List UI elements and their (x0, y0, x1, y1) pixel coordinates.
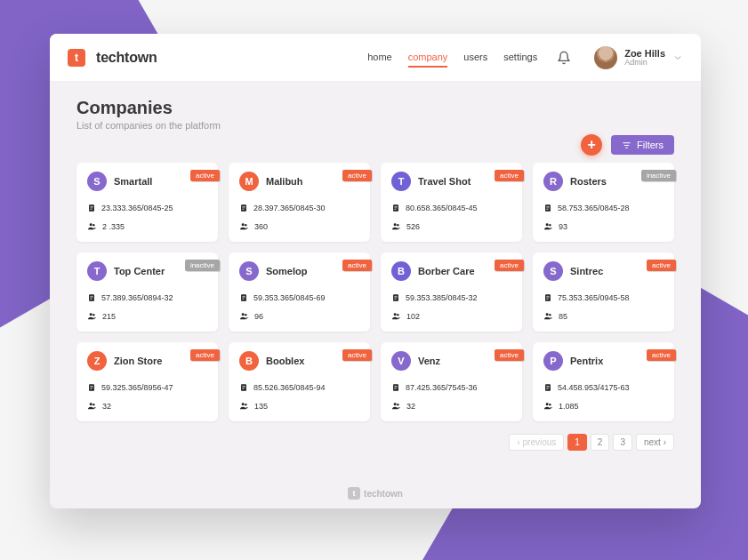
company-avatar: M (239, 172, 259, 191)
document-icon (87, 293, 96, 302)
svg-point-50 (549, 314, 551, 316)
nav-item-company[interactable]: company (408, 48, 448, 68)
company-card[interactable]: activeSSintrec75.353.365/0945-5885 (533, 252, 674, 332)
company-code: 59.325.365/8956-47 (101, 383, 173, 392)
footer-brand: t techtown (50, 482, 701, 508)
company-avatar: B (239, 351, 259, 371)
svg-point-49 (546, 313, 549, 316)
users-icon (391, 311, 401, 321)
company-avatar: S (543, 261, 563, 281)
status-badge: active (342, 349, 372, 361)
pager-next[interactable]: next › (636, 434, 674, 451)
company-code: 75.353.365/0945-58 (558, 293, 630, 302)
company-code: 85.526.365/0845-94 (253, 383, 326, 392)
svg-point-13 (242, 223, 245, 226)
svg-rect-48 (546, 299, 548, 300)
pager-page-1[interactable]: 1 (567, 434, 587, 451)
add-button[interactable]: + (581, 134, 602, 156)
company-name: Somelop (266, 266, 307, 276)
chevron-down-icon (672, 52, 683, 63)
svg-point-7 (90, 223, 92, 226)
svg-rect-22 (546, 206, 549, 207)
svg-point-43 (394, 313, 397, 316)
status-badge: active (495, 170, 524, 181)
svg-rect-71 (546, 388, 549, 388)
company-name: Borber Care (418, 266, 475, 276)
company-card[interactable]: activeZZion Store59.325.365/8956-4732 (76, 342, 218, 421)
svg-point-74 (549, 404, 551, 405)
brand-name: techtown (96, 50, 157, 66)
users-icon (87, 221, 97, 231)
nav-item-settings[interactable]: settings (503, 48, 537, 68)
svg-point-14 (245, 224, 246, 226)
company-count: 102 (406, 312, 420, 321)
svg-rect-30 (90, 299, 92, 300)
svg-rect-36 (242, 299, 244, 300)
company-card[interactable]: activeBBooblex85.526.365/0845-94135 (229, 342, 370, 421)
content-area: Companies List of companies on the platf… (50, 82, 701, 482)
filters-label: Filters (637, 140, 664, 150)
svg-point-67 (394, 403, 397, 405)
svg-rect-18 (394, 209, 396, 210)
filter-icon (622, 140, 631, 150)
svg-rect-17 (394, 208, 397, 209)
svg-rect-64 (394, 386, 397, 387)
pager-page-2[interactable]: 2 (591, 434, 610, 451)
company-card[interactable]: activeSSomelop59.353.365/0845-6996 (229, 252, 370, 332)
company-avatar: P (543, 351, 563, 371)
company-name: Booblex (266, 356, 304, 366)
company-card[interactable]: activeMMalibuh28.397.365/0845-30360 (229, 163, 370, 242)
company-card[interactable]: activeTTravel Shot80.658.365/0845-45526 (381, 163, 522, 242)
company-count: 215 (102, 312, 116, 321)
document-icon (87, 204, 96, 212)
company-card[interactable]: activePPentrix54.458.953/4175-631.085 (533, 342, 674, 421)
company-count: 135 (254, 402, 268, 411)
company-name: Venz (418, 356, 440, 366)
svg-point-25 (546, 223, 549, 226)
filters-button[interactable]: Filters (611, 135, 674, 155)
footer-logo-icon: t (348, 487, 360, 500)
svg-rect-65 (394, 388, 397, 388)
company-name: Zion Store (114, 356, 162, 366)
users-icon (87, 311, 97, 321)
svg-point-19 (394, 223, 397, 226)
svg-rect-40 (394, 296, 397, 297)
avatar (594, 46, 617, 69)
status-badge: active (647, 349, 676, 361)
company-card[interactable]: inactiveRRosters58.753.365/0845-2893 (533, 163, 674, 242)
company-card[interactable]: activeVVenz87.425.365/7545-3632 (381, 342, 522, 421)
svg-point-38 (245, 314, 246, 316)
svg-rect-29 (90, 298, 92, 299)
nav-item-home[interactable]: home (367, 48, 392, 68)
company-code: 28.397.365/0845-30 (253, 204, 326, 212)
document-icon (543, 293, 552, 302)
topbar: t techtown homecompanyuserssettings Zoe … (50, 34, 701, 82)
document-icon (239, 293, 248, 302)
company-avatar: B (391, 261, 411, 281)
logo-icon: t (68, 49, 85, 67)
pager-page-3[interactable]: 3 (613, 434, 632, 451)
users-icon (543, 221, 553, 231)
status-badge: active (495, 260, 524, 271)
nav-item-users[interactable]: users (463, 48, 487, 68)
users-icon (543, 311, 553, 321)
company-code: 80.658.365/0845-45 (406, 204, 478, 212)
document-icon (391, 204, 400, 212)
svg-rect-60 (242, 388, 244, 389)
company-avatar: T (391, 172, 411, 191)
company-avatar: Z (87, 351, 107, 371)
svg-point-62 (245, 404, 246, 405)
company-card[interactable]: activeSSmartall23.333.365/0845-252 .335 (76, 163, 218, 242)
pager-prev[interactable]: ‹ previous (509, 434, 564, 451)
user-menu[interactable]: Zoe Hills Admin (582, 46, 683, 69)
company-avatar: S (239, 261, 259, 281)
status-badge: active (190, 170, 220, 181)
svg-rect-24 (546, 209, 548, 210)
notifications-icon[interactable] (557, 51, 571, 65)
company-card[interactable]: inactiveTTop Center57.389.365/0894-32215 (76, 252, 218, 332)
svg-point-8 (92, 224, 94, 226)
company-grid: activeSSmartall23.333.365/0845-252 .335a… (76, 163, 674, 421)
company-card[interactable]: activeBBorber Care59.353.385/0845-32102 (381, 252, 522, 332)
company-count: 32 (406, 402, 415, 411)
svg-rect-59 (242, 388, 245, 388)
